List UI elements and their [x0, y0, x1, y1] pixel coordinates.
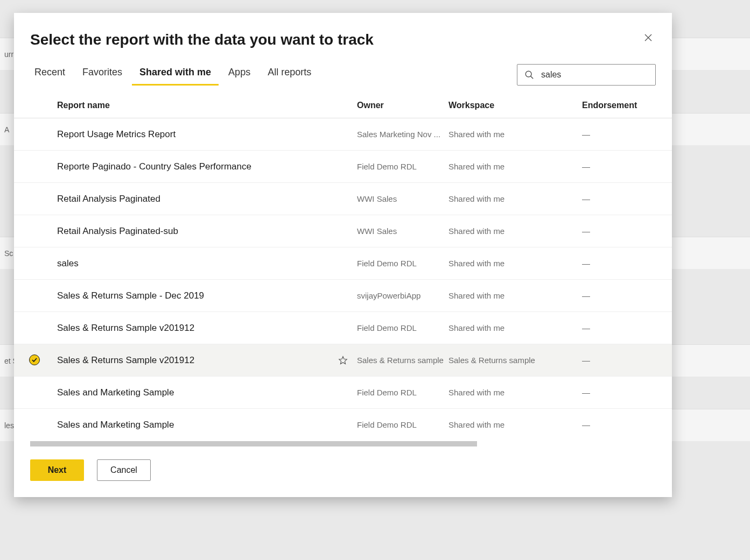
report-name: sales	[57, 258, 329, 269]
report-endorsement: —	[582, 130, 652, 139]
search-input[interactable]	[517, 64, 656, 86]
next-button[interactable]: Next	[30, 459, 84, 481]
report-endorsement: —	[582, 420, 652, 429]
report-workspace: Shared with me	[448, 291, 582, 300]
col-header-endorsement[interactable]: Endorsement	[582, 101, 652, 110]
horizontal-scrollbar[interactable]	[30, 440, 656, 448]
report-endorsement: —	[582, 226, 652, 236]
col-header-owner[interactable]: Owner	[357, 101, 448, 110]
report-endorsement: —	[582, 259, 652, 268]
report-owner: Field Demo RDL	[357, 162, 448, 171]
report-owner: WWI Sales	[357, 194, 448, 203]
selected-check-icon	[29, 355, 40, 365]
table-row[interactable]: Reporte Paginado - Country Sales Perform…	[14, 151, 672, 183]
cancel-button[interactable]: Cancel	[97, 459, 151, 481]
search-icon	[524, 70, 534, 80]
report-endorsement: —	[582, 162, 652, 171]
report-name: Retail Analysis Paginated	[57, 194, 329, 204]
tab-shared-with-me[interactable]: Shared with me	[131, 63, 220, 86]
report-workspace: Sales & Returns sample	[448, 356, 582, 365]
report-owner: svijayPowerbiApp	[357, 291, 448, 300]
tab-list: Recent Favorites Shared with me Apps All…	[30, 63, 320, 86]
report-name: Sales & Returns Sample v201912	[57, 355, 329, 366]
report-owner: WWI Sales	[357, 226, 448, 236]
table-row[interactable]: Sales and Marketing SampleField Demo RDL…	[14, 377, 672, 409]
report-name: Sales & Returns Sample - Dec 2019	[57, 290, 329, 301]
report-endorsement: —	[582, 388, 652, 397]
report-endorsement: —	[582, 356, 652, 365]
tab-favorites[interactable]: Favorites	[74, 63, 131, 86]
table-row[interactable]: Report Usage Metrics ReportSales Marketi…	[14, 118, 672, 151]
select-report-dialog: Select the report with the data you want…	[14, 13, 672, 497]
report-workspace: Shared with me	[448, 162, 582, 171]
tab-all-reports[interactable]: All reports	[259, 63, 320, 86]
star-icon[interactable]	[338, 356, 348, 365]
report-name: Retail Analysis Paginated-sub	[57, 226, 329, 237]
table-row[interactable]: Retail Analysis Paginated-subWWI SalesSh…	[14, 215, 672, 247]
report-name: Sales and Marketing Sample	[57, 387, 329, 398]
report-owner: Field Demo RDL	[357, 259, 448, 268]
tab-recent[interactable]: Recent	[30, 63, 74, 86]
table-row[interactable]: Retail Analysis PaginatedWWI SalesShared…	[14, 183, 672, 215]
report-owner: Sales & Returns sample	[357, 356, 448, 365]
report-workspace: Shared with me	[448, 226, 582, 236]
report-workspace: Shared with me	[448, 420, 582, 429]
report-workspace: Shared with me	[448, 259, 582, 268]
table-row[interactable]: Sales & Returns Sample v201912Field Demo…	[14, 312, 672, 344]
report-workspace: Shared with me	[448, 323, 582, 332]
svg-point-0	[525, 71, 531, 77]
report-name: Reporte Paginado - Country Sales Perform…	[57, 161, 329, 172]
table-row[interactable]: Sales & Returns Sample v201912Sales & Re…	[14, 344, 672, 377]
report-owner: Field Demo RDL	[357, 388, 448, 397]
report-endorsement: —	[582, 323, 652, 332]
report-endorsement: —	[582, 291, 652, 300]
report-owner: Sales Marketing Nov ...	[357, 130, 448, 139]
dialog-title: Select the report with the data you want…	[30, 31, 374, 48]
report-workspace: Shared with me	[448, 194, 582, 203]
report-workspace: Shared with me	[448, 388, 582, 397]
report-owner: Field Demo RDL	[357, 323, 448, 332]
report-workspace: Shared with me	[448, 130, 582, 139]
report-name: Sales & Returns Sample v201912	[57, 323, 329, 334]
table-row[interactable]: salesField Demo RDLShared with me—	[14, 247, 672, 280]
table-row[interactable]: Sales & Returns Sample - Dec 2019svijayP…	[14, 280, 672, 312]
tab-apps[interactable]: Apps	[220, 63, 259, 86]
table-header-row: Report name Owner Workspace Endorsement	[14, 93, 672, 118]
close-icon	[644, 33, 653, 42]
col-header-workspace[interactable]: Workspace	[448, 101, 582, 110]
report-owner: Field Demo RDL	[357, 420, 448, 429]
close-button[interactable]	[640, 29, 657, 46]
report-endorsement: —	[582, 194, 652, 203]
report-name: Report Usage Metrics Report	[57, 129, 329, 140]
report-name: Sales and Marketing Sample	[57, 420, 329, 430]
col-header-report-name[interactable]: Report name	[57, 101, 329, 110]
table-row[interactable]: Sales and Marketing SampleField Demo RDL…	[14, 409, 672, 440]
